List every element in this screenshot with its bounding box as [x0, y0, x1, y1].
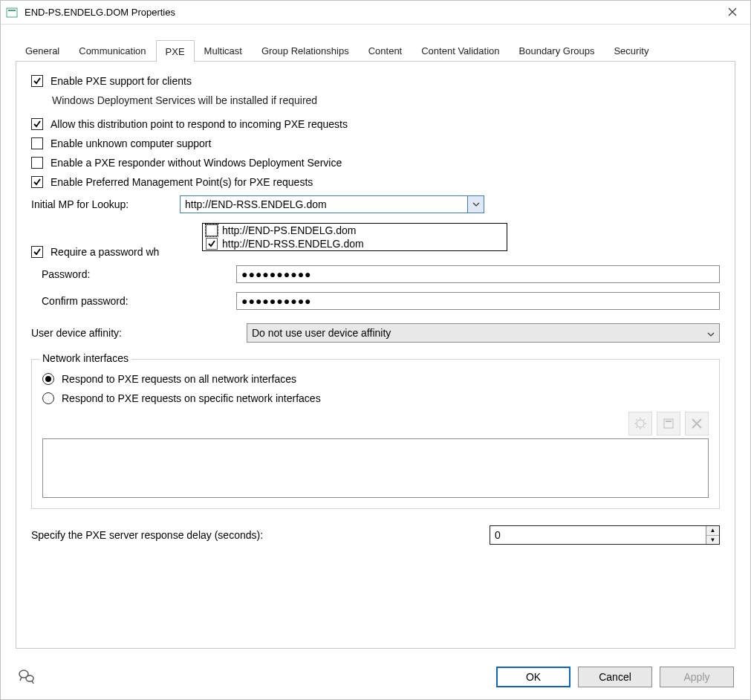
unknown-support-checkbox[interactable] [31, 137, 43, 149]
allow-respond-checkbox[interactable] [31, 118, 43, 130]
tab-communication[interactable]: Communication [69, 39, 155, 61]
password-input[interactable]: ●●●●●●●●●● [236, 265, 720, 283]
responder-wo-wds-label: Enable a PXE responder without Windows D… [51, 157, 342, 169]
tab-general[interactable]: General [16, 39, 69, 61]
help-icon[interactable] [17, 667, 38, 687]
initial-mp-row: Initial MP for Lookup: http://END-RSS.EN… [31, 195, 720, 213]
chevron-down-icon [707, 327, 715, 339]
confirm-password-row: Confirm password: ●●●●●●●●●● [31, 292, 720, 310]
mp-option-0-checkbox[interactable] [206, 224, 218, 236]
require-password-label: Require a password wh [51, 246, 159, 258]
ni-all-radio[interactable] [42, 373, 54, 385]
uda-label: User device affinity: [31, 327, 247, 339]
uda-value: Do not use user device affinity [252, 327, 391, 339]
ni-all-label: Respond to PXE requests on all network i… [62, 373, 296, 385]
responder-wo-wds-checkbox[interactable] [31, 157, 43, 169]
preferred-mp-label: Enable Preferred Management Point(s) for… [51, 176, 313, 188]
initial-mp-label: Initial MP for Lookup: [31, 198, 180, 210]
allow-respond-row: Allow this distribution point to respond… [31, 118, 720, 130]
svg-rect-4 [666, 421, 672, 422]
password-label: Password: [31, 268, 236, 280]
wds-note: Windows Deployment Services will be inst… [52, 94, 317, 106]
delay-value: 0 [495, 529, 501, 541]
mp-option-1-label: http://END-RSS.ENDELG.dom [222, 238, 364, 250]
content-area: General Communication PXE Multicast Grou… [1, 25, 750, 655]
delay-label: Specify the PXE server response delay (s… [31, 529, 490, 541]
ni-add-button[interactable] [628, 412, 652, 435]
pxe-panel: Enable PXE support for clients Windows D… [16, 62, 735, 649]
tab-content[interactable]: Content [359, 39, 412, 61]
tab-boundary-groups[interactable]: Boundary Groups [510, 39, 605, 61]
ni-edit-button[interactable] [657, 412, 680, 435]
wds-note-row: Windows Deployment Services will be inst… [52, 94, 720, 106]
require-password-checkbox[interactable] [31, 246, 43, 258]
ok-button[interactable]: OK [496, 667, 570, 687]
apply-button[interactable]: Apply [660, 667, 734, 687]
svg-rect-0 [7, 8, 17, 17]
svg-rect-1 [8, 10, 16, 11]
ni-all-row: Respond to PXE requests on all network i… [42, 373, 709, 385]
ni-specific-row: Respond to PXE requests on specific netw… [42, 392, 709, 404]
ni-delete-button[interactable] [685, 412, 709, 435]
tab-group-relationships[interactable]: Group Relationships [252, 39, 359, 61]
confirm-password-value: ●●●●●●●●●● [241, 295, 312, 307]
enable-pxe-row: Enable PXE support for clients [31, 75, 720, 87]
delay-spinner[interactable]: 0 ▲ ▼ [490, 525, 720, 545]
tab-pxe[interactable]: PXE [156, 40, 195, 62]
close-button[interactable] [719, 7, 746, 19]
mp-option-0-label: http://END-PS.ENDELG.dom [222, 224, 357, 236]
tab-security[interactable]: Security [604, 39, 658, 61]
window-title: END-PS.ENDELG.DOM Properties [25, 7, 719, 18]
uda-select[interactable]: Do not use user device affinity [247, 323, 720, 343]
tab-multicast[interactable]: Multicast [195, 39, 252, 61]
allow-respond-label: Allow this distribution point to respond… [51, 118, 348, 130]
delay-row: Specify the PXE server response delay (s… [31, 525, 720, 545]
ni-specific-radio[interactable] [42, 392, 54, 404]
mp-option-1[interactable]: http://END-RSS.ENDELG.dom [203, 237, 507, 250]
svg-rect-3 [664, 419, 673, 428]
svg-point-2 [637, 420, 644, 427]
uda-row: User device affinity: Do not use user de… [31, 323, 720, 343]
unknown-support-label: Enable unknown computer support [51, 137, 211, 149]
initial-mp-combo[interactable]: http://END-RSS.ENDELG.dom [180, 195, 484, 213]
preferred-mp-checkbox[interactable] [31, 176, 43, 188]
password-value: ●●●●●●●●●● [241, 268, 312, 280]
dialog-footer: OK Cancel Apply [1, 655, 750, 699]
password-row: Password: ●●●●●●●●●● [31, 265, 720, 283]
delay-spin-down[interactable]: ▼ [706, 536, 719, 545]
network-interfaces-group: Network interfaces Respond to PXE reques… [31, 359, 720, 509]
unknown-support-row: Enable unknown computer support [31, 137, 720, 149]
enable-pxe-checkbox[interactable] [31, 75, 43, 87]
delay-spin-buttons: ▲ ▼ [706, 526, 719, 544]
cancel-button[interactable]: Cancel [578, 667, 652, 687]
tab-content-validation[interactable]: Content Validation [412, 39, 509, 61]
responder-wo-wds-row: Enable a PXE responder without Windows D… [31, 157, 720, 169]
mp-option-0[interactable]: http://END-PS.ENDELG.dom [203, 224, 507, 237]
initial-mp-dropdown-button[interactable] [467, 196, 484, 213]
tab-strip: General Communication PXE Multicast Grou… [16, 39, 735, 62]
ni-list[interactable] [42, 438, 709, 498]
confirm-password-input[interactable]: ●●●●●●●●●● [236, 292, 720, 310]
ni-toolbar [42, 412, 709, 435]
properties-window: END-PS.ENDELG.DOM Properties General Com… [0, 0, 751, 700]
titlebar: END-PS.ENDELG.DOM Properties [1, 1, 750, 25]
delay-spin-up[interactable]: ▲ [706, 526, 719, 536]
ni-specific-label: Respond to PXE requests on specific netw… [62, 392, 321, 404]
window-icon [5, 6, 19, 19]
initial-mp-dropdown[interactable]: http://END-PS.ENDELG.dom http://END-RSS.… [202, 223, 507, 251]
preferred-mp-row: Enable Preferred Management Point(s) for… [31, 176, 720, 188]
confirm-password-label: Confirm password: [31, 295, 236, 307]
mp-option-1-checkbox[interactable] [206, 238, 218, 250]
enable-pxe-label: Enable PXE support for clients [51, 75, 192, 87]
network-interfaces-legend: Network interfaces [39, 352, 131, 364]
initial-mp-value: http://END-RSS.ENDELG.dom [185, 198, 327, 210]
